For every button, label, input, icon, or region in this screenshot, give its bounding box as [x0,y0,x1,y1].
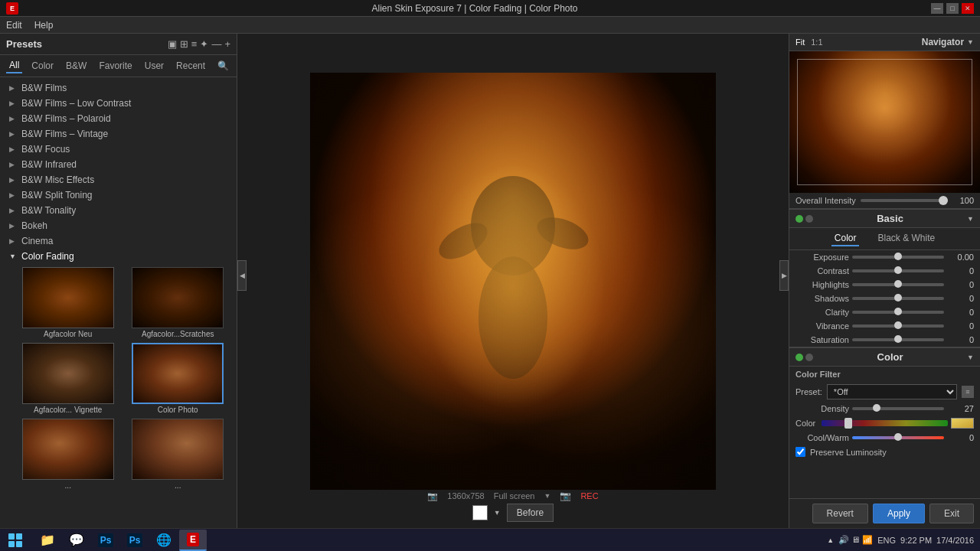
tree-label: Bokeh [21,220,47,231]
saturation-slider[interactable] [852,338,944,341]
before-button[interactable]: Before [507,504,554,522]
taskbar-exposure[interactable]: E [179,530,207,551]
preserve-luminosity-label[interactable]: Preserve Luminosity [810,448,887,457]
window-controls[interactable]: — □ ✕ [931,3,974,14]
tree-item-bw-films[interactable]: ▶ B&W Films [0,80,237,96]
highlights-slider[interactable] [852,283,944,286]
thumb-agfacolor-vignette[interactable]: Agfacolor... Vignette [15,343,121,414]
tab-bw[interactable]: B&W [63,59,90,73]
right-panel-collapse[interactable]: ▶ [779,260,789,291]
tab-bw[interactable]: Black & White [874,231,938,246]
tree-item-bw-split[interactable]: ▶ B&W Split Toning [0,187,237,203]
tree-label: B&W Focus [21,144,70,155]
language-indicator[interactable]: ENG [877,536,896,545]
view-grid-icon[interactable]: ⊞ [180,38,188,50]
nav-fit-controls: Fit 1:1 [795,37,823,47]
color-gradient-slider[interactable] [822,420,948,426]
tab-recent[interactable]: Recent [173,59,208,73]
vibrance-slider[interactable] [852,324,944,328]
tab-color[interactable]: Color [28,59,57,73]
highlights-row: Highlights 0 [789,278,980,292]
apply-button[interactable]: Apply [873,504,925,523]
tree-item-bw-infrared[interactable]: ▶ B&W Infrared [0,157,237,172]
color-section-title: Color [877,351,903,363]
taskbar-photoshop-cc[interactable]: Ps [121,530,149,551]
one-to-one-button[interactable]: 1:1 [811,37,822,47]
thumbnail-image [132,267,224,328]
taskbar-file-explorer[interactable]: 📁 [34,530,61,551]
tree-arrow-icon: ▶ [9,191,18,200]
search-icon[interactable]: 🔍 [214,59,232,73]
navigator-thumbnail[interactable] [789,51,980,193]
density-slider[interactable] [852,407,944,410]
color-swatch[interactable] [472,505,488,520]
tab-user[interactable]: User [142,59,167,73]
tree-item-bw-vintage[interactable]: ▶ B&W Films – Vintage [0,126,237,142]
tree-item-bw-low[interactable]: ▶ B&W Films – Low Contrast [0,96,237,111]
cool-warm-slider[interactable] [852,436,944,439]
tree-item-bokeh[interactable]: ▶ Bokeh [0,218,237,233]
tree-item-bw-focus[interactable]: ▶ B&W Focus [0,142,237,157]
thumb-extra1[interactable]: ... [15,419,121,490]
contrast-slider[interactable] [852,269,944,272]
navigator-collapse-icon[interactable]: ▼ [967,38,974,46]
contrast-label: Contrast [795,266,849,276]
left-panel-collapse[interactable]: ◀ [237,260,247,291]
dropdown-arrow[interactable]: ▼ [494,509,501,517]
exit-button[interactable]: Exit [929,504,974,523]
taskbar-photoshop-cs6[interactable]: Ps [92,530,119,551]
tree-item-bw-tonality[interactable]: ▶ B&W Tonality [0,203,237,218]
tab-favorite[interactable]: Favorite [96,59,135,73]
preset-tree: ▶ B&W Films ▶ B&W Films – Low Contrast ▶… [0,77,237,528]
clarity-label: Clarity [795,308,849,317]
exposure-slider[interactable] [852,256,944,259]
tab-all[interactable]: All [6,58,22,73]
contrast-thumb [894,266,902,274]
thumb-color-photo[interactable]: Color Photo [126,343,231,414]
color-section-collapse-icon[interactable]: ▼ [967,354,974,361]
exposure-value: 0.00 [947,253,974,262]
close-button[interactable]: ✕ [962,3,974,14]
tree-arrow-expanded-icon: ▼ [9,252,18,261]
taskbar-whatsapp[interactable]: 💬 [63,530,90,551]
image-dimensions: 1360x758 [447,491,484,500]
view-star-icon[interactable]: ✦ [200,38,208,50]
dropdown-icon[interactable]: ▼ [544,492,550,500]
clarity-slider[interactable] [852,311,944,314]
fit-button[interactable]: Fit [795,37,805,47]
tree-arrow-icon: ▶ [9,129,18,139]
minimize-button[interactable]: — [931,3,943,14]
taskbar-chrome[interactable]: 🌐 [150,530,178,551]
collapse-icon[interactable]: — [211,38,221,50]
preserve-luminosity-checkbox[interactable] [795,447,805,457]
thumb-agfacolor-scratches[interactable]: Agfacolor...Scratches [126,267,231,338]
basic-section-collapse-icon[interactable]: ▼ [967,215,974,223]
contrast-value: 0 [947,266,974,276]
tree-item-color-fading[interactable]: ▼ Color Fading [0,249,237,264]
preset-select[interactable]: *Off [827,384,957,399]
density-row: Density 27 [789,402,980,416]
expand-icon[interactable]: + [224,38,230,50]
thumb-extra2[interactable]: ... [126,419,231,490]
maximize-button[interactable]: □ [946,3,959,14]
thumb-label: ... [175,481,181,490]
tree-label: B&W Split Toning [21,190,93,201]
presets-view-icons[interactable]: ▣ ⊞ ≡ ✦ — + [168,38,230,50]
thumb-agfacolor-neu[interactable]: Agfacolor Neu [15,267,121,338]
menu-help[interactable]: Help [34,20,54,31]
dimensions-icon: 📷 [427,491,438,501]
view-mode[interactable]: Full screen [494,491,535,500]
preset-settings-icon[interactable]: ≡ [962,386,974,398]
shadows-slider[interactable] [852,297,944,300]
start-button[interactable] [0,529,31,552]
tree-item-bw-misc[interactable]: ▶ B&W Misc Effects [0,172,237,187]
tab-color[interactable]: Color [831,231,860,246]
intensity-slider[interactable] [861,199,948,202]
tray-up-arrow[interactable]: ▲ [827,536,834,544]
revert-button[interactable]: Revert [812,504,868,523]
view-list-icon[interactable]: ≡ [191,38,198,50]
menu-edit[interactable]: Edit [6,20,22,31]
view-single-icon[interactable]: ▣ [168,38,177,50]
tree-item-cinema[interactable]: ▶ Cinema [0,233,237,249]
tree-item-bw-polaroid[interactable]: ▶ B&W Films – Polaroid [0,111,237,126]
